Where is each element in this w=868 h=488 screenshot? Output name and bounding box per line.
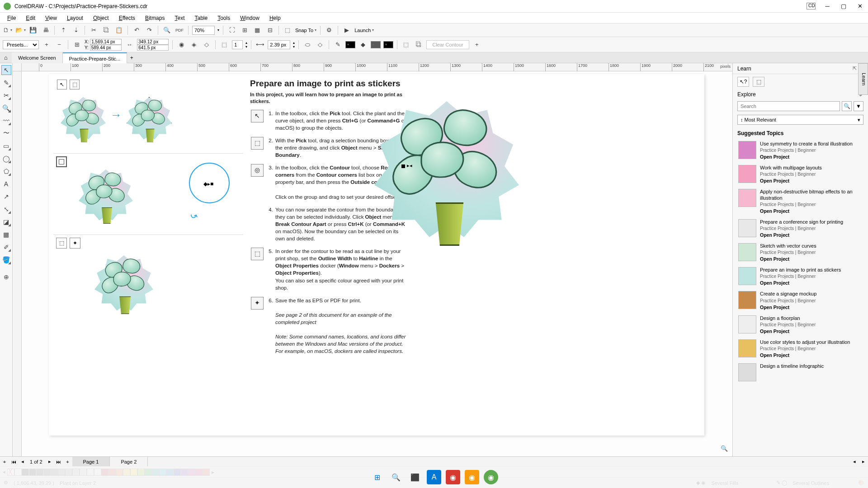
menu-object[interactable]: Object xyxy=(89,14,113,22)
expand-toolbox-icon[interactable]: ⊕ xyxy=(1,272,11,282)
topic-item[interactable]: Prepare an image to print as stickersPra… xyxy=(737,264,866,288)
learn-tab-help[interactable]: ↖? xyxy=(737,77,749,87)
menu-help[interactable]: Help xyxy=(265,14,285,22)
zoom-fit-icon[interactable]: 🔍 xyxy=(721,445,728,452)
corners-round-icon[interactable]: ⬭ xyxy=(302,40,312,50)
menu-view[interactable]: View xyxy=(41,14,61,22)
menu-file[interactable]: File xyxy=(3,14,20,22)
menu-text[interactable]: Text xyxy=(170,14,189,22)
rectangle-tool-icon[interactable]: ▭ xyxy=(1,141,11,151)
launch-icon[interactable]: ▶ xyxy=(342,25,352,35)
help-icon[interactable]: CD xyxy=(807,3,816,9)
transparency-tool-icon[interactable]: ▦ xyxy=(1,230,11,239)
x-position-input[interactable] xyxy=(90,39,122,45)
pick-tool-icon[interactable]: ↖ xyxy=(1,65,11,75)
undock-icon[interactable]: ⇱ xyxy=(853,66,857,71)
menu-effects[interactable]: Effects xyxy=(114,14,140,22)
zoom-tool-icon[interactable]: 🔍 xyxy=(1,103,11,113)
polygon-tool-icon[interactable]: ⬠ xyxy=(1,166,11,176)
rulers-icon[interactable]: ⊞ xyxy=(240,25,250,35)
drop-shadow-icon[interactable]: ◪ xyxy=(1,217,11,227)
copy-props-icon[interactable]: ⿻ xyxy=(414,40,424,50)
minimize-button[interactable]: ─ xyxy=(823,3,832,9)
print-button[interactable]: 🖶 xyxy=(41,25,51,35)
topic-item[interactable]: Create a signage mockupPractice Projects… xyxy=(737,288,866,312)
add-tab-icon[interactable]: + xyxy=(127,55,136,61)
add-preset-icon[interactable]: + xyxy=(42,40,52,50)
next-page-icon[interactable]: ▸ xyxy=(45,459,54,465)
home-icon[interactable]: ⌂ xyxy=(0,54,12,61)
contour-steps-input[interactable] xyxy=(232,40,243,49)
add-page-icon[interactable]: + xyxy=(0,459,9,465)
app-3-icon[interactable]: ◉ xyxy=(465,470,479,484)
open-project-link[interactable]: Open Project xyxy=(760,208,865,214)
learn-tab-explore[interactable]: ⬚ xyxy=(753,77,764,87)
app-2-icon[interactable]: ◉ xyxy=(446,470,460,484)
cloud-download-icon[interactable]: ⇣ xyxy=(71,25,81,35)
topic-item[interactable]: Work with multipage layoutsPractice Proj… xyxy=(737,162,866,186)
open-project-link[interactable]: Open Project xyxy=(760,328,865,334)
new-button[interactable]: 🗋 xyxy=(3,25,13,35)
width-input[interactable] xyxy=(137,39,169,45)
fill-tool-icon[interactable]: 🪣 xyxy=(1,255,11,265)
text-tool-icon[interactable]: A xyxy=(1,179,11,189)
zoom-level-input[interactable] xyxy=(192,26,215,35)
topic-item[interactable]: Apply non-destructive bitmap effects to … xyxy=(737,186,866,216)
ellipse-tool-icon[interactable]: ◯ xyxy=(1,154,11,164)
parallel-dim-icon[interactable]: ↗ xyxy=(1,192,11,202)
menu-edit[interactable]: Edit xyxy=(21,14,40,22)
main-artwork[interactable]: ▸◂ xyxy=(374,101,420,146)
snap-to-dropdown[interactable]: Snap To xyxy=(295,28,316,33)
eyedropper-tool-icon[interactable]: ✐ xyxy=(1,242,11,252)
menu-tools[interactable]: Tools xyxy=(213,14,235,22)
open-button[interactable]: 📂 xyxy=(15,25,25,35)
guides-icon[interactable]: ⊟ xyxy=(265,25,275,35)
launch-dropdown[interactable]: Launch xyxy=(354,28,374,33)
last-page-icon[interactable]: ⏭ xyxy=(54,459,63,465)
outline-color-swatch[interactable] xyxy=(345,41,355,48)
search-input[interactable] xyxy=(737,101,840,111)
contour-inside-icon[interactable]: ◈ xyxy=(189,40,199,50)
open-project-link[interactable]: Open Project xyxy=(760,352,865,358)
contour-offset-input[interactable] xyxy=(268,40,290,49)
topic-item[interactable]: Design a floorplanPractice Projects | Be… xyxy=(737,313,866,337)
start-icon[interactable]: ⊞ xyxy=(370,470,384,484)
first-page-icon[interactable]: ⏮ xyxy=(9,459,18,465)
learn-side-tab[interactable]: Learn xyxy=(858,63,868,95)
clear-contour-button[interactable]: Clear Contour xyxy=(426,40,469,49)
remove-preset-icon[interactable]: − xyxy=(54,40,64,50)
open-project-link[interactable]: Open Project xyxy=(760,280,865,286)
redo-button[interactable]: ↷ xyxy=(144,25,154,35)
topic-item[interactable]: Use symmetry to create a floral illustra… xyxy=(737,138,866,162)
coreldraw-taskbar-icon[interactable]: ◉ xyxy=(484,470,498,484)
open-project-link[interactable]: Open Project xyxy=(760,256,865,262)
open-project-link[interactable]: Open Project xyxy=(760,178,865,183)
topic-item[interactable]: Design a timeline infographic xyxy=(737,361,866,384)
corners-miter-icon[interactable]: ◇ xyxy=(315,40,325,50)
contour-outside-icon[interactable]: ◇ xyxy=(202,40,212,50)
maximize-button[interactable]: ▢ xyxy=(839,3,848,9)
crop-tool-icon[interactable]: ✂ xyxy=(1,90,11,100)
sort-dropdown[interactable]: ↕ Most Relevant▾ xyxy=(737,115,863,125)
paste-button[interactable]: 📋 xyxy=(114,25,124,35)
tab-document[interactable]: Practice-Prepare-Stic... xyxy=(63,52,127,63)
add-toolbar-icon[interactable]: + xyxy=(472,40,482,50)
height-input[interactable] xyxy=(137,45,169,51)
artistic-media-icon[interactable]: 〜 xyxy=(1,128,11,138)
close-button[interactable]: ✕ xyxy=(855,3,864,9)
scroll-left-icon[interactable]: ◂ xyxy=(850,459,859,465)
search-icon[interactable]: 🔍 xyxy=(162,25,172,35)
page-tab-2[interactable]: Page 2 xyxy=(110,457,148,467)
freehand-tool-icon[interactable]: 〰 xyxy=(1,116,11,126)
menu-layout[interactable]: Layout xyxy=(62,14,88,22)
add-page-after-icon[interactable]: + xyxy=(63,459,72,465)
presets-dropdown[interactable]: Presets... xyxy=(3,40,39,49)
grid-icon[interactable]: ▦ xyxy=(252,25,262,35)
open-project-link[interactable]: Open Project xyxy=(760,232,865,238)
horizontal-ruler[interactable]: pixels 010020030040050060070080090010001… xyxy=(22,63,732,71)
options-icon[interactable]: ⚙ xyxy=(324,25,334,35)
pdf-export-icon[interactable]: PDF xyxy=(175,25,184,35)
cloud-upload-icon[interactable]: ⇡ xyxy=(58,25,68,35)
search-button[interactable]: 🔍 xyxy=(842,101,852,111)
filter-button[interactable]: ▼ xyxy=(854,101,863,111)
